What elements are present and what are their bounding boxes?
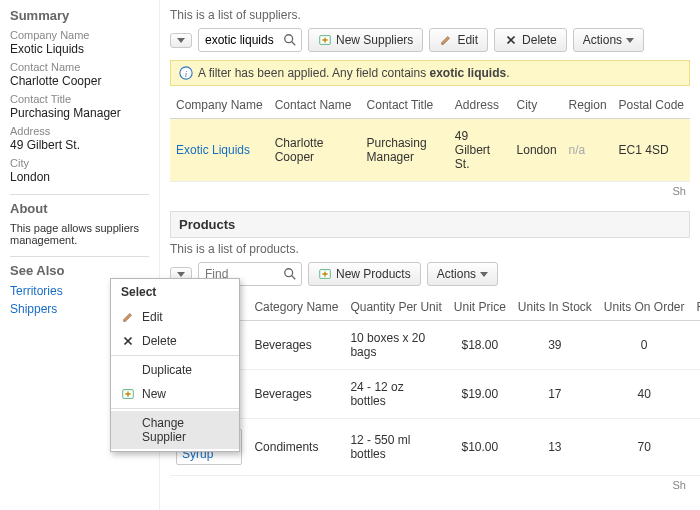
products-table: Category Name Quantity Per Unit Unit Pri… — [170, 294, 700, 476]
col-contact-name[interactable]: Contact Name — [269, 92, 361, 119]
main-content: This is a list of suppliers. New Supplie… — [160, 0, 700, 510]
delete-button[interactable]: Delete — [494, 28, 567, 52]
city-value: London — [10, 170, 149, 184]
cell-order: 70 — [598, 419, 691, 476]
company-name-label: Company Name — [10, 29, 149, 41]
menu-item-delete[interactable]: Delete — [111, 329, 239, 353]
about-heading: About — [10, 201, 149, 216]
company-name-value: Exotic Liquids — [10, 42, 149, 56]
cell-qty: 12 - 550 ml bottles — [344, 419, 447, 476]
contact-name-value: Charlotte Cooper — [10, 74, 149, 88]
cell-price: $19.00 — [448, 370, 512, 419]
search-icon[interactable] — [283, 267, 297, 281]
cell-order: 40 — [598, 370, 691, 419]
suppliers-table: Company Name Contact Name Contact Title … — [170, 92, 690, 182]
suppliers-description: This is a list of suppliers. — [170, 8, 690, 22]
cell-qty: 24 - 12 oz bottles — [344, 370, 447, 419]
svg-line-1 — [292, 42, 296, 46]
context-menu-title: Select — [111, 279, 239, 305]
menu-item-edit[interactable]: Edit — [111, 305, 239, 329]
new-icon — [121, 387, 135, 401]
col-price[interactable]: Unit Price — [448, 294, 512, 321]
menu-item-change-supplier[interactable]: Change Supplier — [111, 411, 239, 449]
new-icon — [318, 33, 332, 47]
svg-point-0 — [285, 35, 293, 43]
svg-point-5 — [285, 269, 293, 277]
menu-label-change-supplier: Change Supplier — [142, 416, 229, 444]
new-products-label: New Products — [336, 267, 411, 281]
about-text: This page allows suppliers management. — [10, 222, 149, 246]
table-row[interactable]: Beverages 10 boxes x 20 bags $18.00 39 0 — [170, 321, 700, 370]
edit-icon — [439, 33, 453, 47]
cell-order: 0 — [598, 321, 691, 370]
summary-heading: Summary — [10, 8, 149, 23]
table-row[interactable]: Exotic Liquids Charlotte Cooper Purchasi… — [170, 119, 690, 182]
new-products-button[interactable]: New Products — [308, 262, 421, 286]
products-heading: Products — [170, 211, 690, 238]
new-icon — [318, 267, 332, 281]
city-label: City — [10, 157, 149, 169]
menu-label-duplicate: Duplicate — [142, 363, 192, 377]
col-category[interactable]: Category Name — [248, 294, 344, 321]
edit-label: Edit — [457, 33, 478, 47]
delete-label: Delete — [522, 33, 557, 47]
cell-contact-name: Charlotte Cooper — [269, 119, 361, 182]
table-row[interactable]: Aniseed Syrup Condiments 12 - 550 ml bot… — [170, 419, 700, 476]
table-row[interactable]: Beverages 24 - 12 oz bottles $19.00 17 4… — [170, 370, 700, 419]
actions-label: Actions — [583, 33, 622, 47]
cell-contact-title: Purchasing Manager — [361, 119, 449, 182]
cell-company[interactable]: Exotic Liquids — [170, 119, 269, 182]
col-city[interactable]: City — [511, 92, 563, 119]
cell-price: $10.00 — [448, 419, 512, 476]
col-postal[interactable]: Postal Code — [613, 92, 690, 119]
col-re[interactable]: Re — [691, 294, 700, 321]
products-actions-button[interactable]: Actions — [427, 262, 498, 286]
cell-category: Beverages — [248, 321, 344, 370]
edit-icon — [121, 310, 135, 324]
quick-filter-dropdown[interactable] — [170, 33, 192, 48]
menu-label-edit: Edit — [142, 310, 163, 324]
col-qty[interactable]: Quantity Per Unit — [344, 294, 447, 321]
cell-postal: EC1 4SD — [613, 119, 690, 182]
context-menu: Select Edit Delete Duplicate New Change … — [110, 278, 240, 452]
suppliers-scroll-hint: Sh — [170, 182, 690, 197]
col-stock[interactable]: Units In Stock — [512, 294, 598, 321]
cell-stock: 13 — [512, 419, 598, 476]
products-actions-label: Actions — [437, 267, 476, 281]
cell-stock: 17 — [512, 370, 598, 419]
menu-item-new[interactable]: New — [111, 382, 239, 406]
actions-button[interactable]: Actions — [573, 28, 644, 52]
cell-qty: 10 boxes x 20 bags — [344, 321, 447, 370]
search-icon[interactable] — [283, 33, 297, 47]
cell-address: 49 Gilbert St. — [449, 119, 511, 182]
contact-name-label: Contact Name — [10, 61, 149, 73]
suppliers-search-input[interactable] — [203, 31, 283, 49]
products-scroll-hint: Sh — [170, 476, 690, 491]
new-suppliers-button[interactable]: New Suppliers — [308, 28, 423, 52]
col-address[interactable]: Address — [449, 92, 511, 119]
delete-icon — [504, 33, 518, 47]
svg-line-6 — [292, 276, 296, 280]
cell-category: Condiments — [248, 419, 344, 476]
col-order[interactable]: Units On Order — [598, 294, 691, 321]
products-toolbar: New Products Actions — [170, 262, 690, 286]
see-also-heading: See Also — [10, 263, 149, 278]
col-contact-title[interactable]: Contact Title — [361, 92, 449, 119]
delete-icon — [121, 334, 135, 348]
contact-title-label: Contact Title — [10, 93, 149, 105]
filter-notice-text: A filter has been applied. Any field con… — [198, 66, 510, 80]
cell-region: n/a — [563, 119, 613, 182]
chevron-down-icon — [480, 272, 488, 277]
col-company[interactable]: Company Name — [170, 92, 269, 119]
cell-category: Beverages — [248, 370, 344, 419]
products-description: This is a list of products. — [170, 242, 690, 256]
menu-label-delete: Delete — [142, 334, 177, 348]
col-region[interactable]: Region — [563, 92, 613, 119]
cell-city: London — [511, 119, 563, 182]
edit-button[interactable]: Edit — [429, 28, 488, 52]
chevron-down-icon — [626, 38, 634, 43]
new-suppliers-label: New Suppliers — [336, 33, 413, 47]
search-wrap — [198, 28, 302, 52]
menu-item-duplicate[interactable]: Duplicate — [111, 358, 239, 382]
address-value: 49 Gilbert St. — [10, 138, 149, 152]
